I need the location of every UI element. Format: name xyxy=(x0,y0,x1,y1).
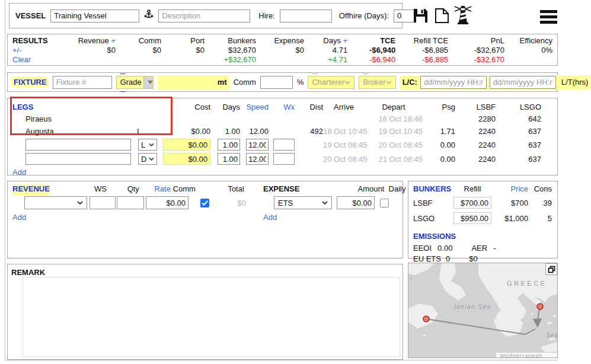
chevron-down-icon xyxy=(149,157,154,161)
hire-input[interactable] xyxy=(280,9,332,23)
leg-row-edit-2: D 20 Oct 08:45 21 Oct 08:45 0.00 2240 63… xyxy=(8,152,557,166)
anchor-icon[interactable] xyxy=(144,9,154,22)
leg-type-select[interactable]: D xyxy=(138,153,157,165)
grade-select[interactable]: -- Grade -- xyxy=(116,76,154,89)
results-col-expense: Expense $0 xyxy=(256,36,304,63)
save-icon[interactable] xyxy=(413,8,429,25)
remark-title: REMARK xyxy=(11,268,45,277)
results-col-efficiency: Efficiency 0% xyxy=(504,36,552,63)
revenue-expense-panel: REVENUE WS Qty Rate Comm Total $0 Add EX… xyxy=(7,181,403,258)
col-qty: Qty xyxy=(107,184,139,195)
daily-checkbox[interactable] xyxy=(380,199,389,207)
vessel-name-input[interactable] xyxy=(50,9,139,23)
results-col-pnl: PnL -$32,670 -$32,670 xyxy=(448,36,504,63)
col-speed[interactable]: Speed xyxy=(240,103,269,111)
col-depart: Depart xyxy=(365,103,423,111)
amount-input[interactable] xyxy=(337,196,375,209)
euets-label: EU ETS xyxy=(413,254,441,263)
fixture-title: FIXTURE xyxy=(12,77,49,87)
col-arrive: Arrive xyxy=(323,103,365,111)
col-lsgo: LSGO xyxy=(496,103,541,111)
col-price[interactable]: Price xyxy=(491,184,528,195)
col-refill: Refill xyxy=(453,184,491,195)
col-rate[interactable]: Rate xyxy=(154,184,170,193)
broker-select[interactable]: -- Broker -- xyxy=(359,76,395,89)
eeoi-value: 0.00 xyxy=(437,244,452,253)
leg-cost-input[interactable] xyxy=(163,139,210,151)
lsgo-refill-input[interactable] xyxy=(453,212,491,224)
col-wx[interactable]: Wx xyxy=(269,103,295,111)
results-adjust-link[interactable]: +/- xyxy=(12,46,22,55)
laycan-to-input[interactable] xyxy=(490,76,556,89)
add-expense-link[interactable]: Add xyxy=(263,213,277,222)
col-cons: Cons xyxy=(528,184,552,195)
description-input[interactable] xyxy=(158,9,250,23)
leg-wx-input[interactable] xyxy=(273,139,295,151)
cargo-qty-input[interactable] xyxy=(160,76,215,89)
fixture-number-input[interactable] xyxy=(53,76,112,89)
comm-checkbox[interactable] xyxy=(200,199,209,207)
quantity-strip: mt xyxy=(158,75,229,90)
leg-arrive: 20 Oct 08:45 xyxy=(323,155,365,164)
leg-port-input[interactable] xyxy=(25,153,131,165)
leg-port-input[interactable] xyxy=(25,139,131,151)
results-panel: RESULTS +/- Clear Revenue + $0 Comm $0 P… xyxy=(7,34,558,66)
leg-type-select[interactable]: L xyxy=(138,139,157,151)
offhire-label: Offhire (Days): xyxy=(339,11,389,20)
fixture-comm-input[interactable] xyxy=(260,76,293,89)
map-sea-label-ionian: Ionian Sea xyxy=(454,304,491,310)
bunker-row-lsbf: LSBF $700 39 xyxy=(413,195,552,210)
leg-psg: 0.00 xyxy=(423,141,455,149)
charterer-select[interactable]: -- Charterer -- xyxy=(308,76,354,89)
chevron-down-icon xyxy=(386,81,392,84)
col-ws: WS xyxy=(50,184,107,195)
laycan-from-input[interactable] xyxy=(420,76,487,89)
lsgo-price: $1,000 xyxy=(491,214,528,223)
chevron-down-icon xyxy=(322,201,328,205)
leg-days-input[interactable] xyxy=(218,153,240,165)
results-col-port: Port $0 xyxy=(161,36,205,63)
laytime-label: L/T(hrs) xyxy=(561,78,589,87)
legs-panel: LEGS Cost Days Speed Wx Dist Arrive Depa… xyxy=(7,98,558,175)
col-dist: Dist xyxy=(295,103,323,111)
leg-depart: 16 Oct 18:46 xyxy=(365,114,423,123)
add-revenue-link[interactable]: Add xyxy=(12,213,26,222)
ws-input[interactable] xyxy=(90,196,116,209)
leg-lsgo: 637 xyxy=(496,127,541,136)
qty-input[interactable] xyxy=(117,196,144,209)
percent-label: % xyxy=(297,78,304,87)
leg-arrive: 19 Oct 08:45 xyxy=(323,141,365,149)
leg-days-input[interactable] xyxy=(218,139,240,151)
route-map[interactable]: 7 GREECE Ionian Sea Sea Mediterranean xyxy=(408,263,558,358)
remark-textarea[interactable] xyxy=(23,277,400,357)
menu-icon[interactable] xyxy=(540,10,557,26)
lighthouse-icon[interactable] xyxy=(452,4,474,27)
leg-days: 1.00 xyxy=(210,127,240,136)
new-document-icon[interactable] xyxy=(435,8,449,25)
leg-lsbf: 2240 xyxy=(455,141,496,149)
leg-lsgo: 642 xyxy=(496,114,541,123)
mt-label: mt xyxy=(218,78,227,87)
hire-label: Hire: xyxy=(258,11,274,20)
results-col-bunkers: Bunkers $32,670 +$32,670 xyxy=(205,36,256,63)
bunkers-title: BUNKERS xyxy=(413,184,453,195)
leg-wx-input[interactable] xyxy=(273,153,295,165)
rate-input[interactable] xyxy=(146,196,189,209)
results-col-comm: Comm $0 xyxy=(116,36,161,63)
legs-header-row: LEGS Cost Days Speed Wx Dist Arrive Depa… xyxy=(8,101,557,113)
leg-cost-input[interactable] xyxy=(163,153,210,165)
leg-speed-input[interactable] xyxy=(246,153,269,165)
fuel-label: LSBF xyxy=(413,199,453,207)
lsbf-refill-input[interactable] xyxy=(453,197,491,209)
leg-row-piraeus: Piraeus 16 Oct 18:46 2280 642 xyxy=(8,113,557,125)
fuel-label: LSGO xyxy=(413,214,453,223)
leg-arrive: 18 Oct 10:45 xyxy=(323,127,365,136)
expense-type-select[interactable]: ETS xyxy=(274,196,332,209)
revenue-type-select[interactable] xyxy=(24,196,87,209)
map-expand-button[interactable] xyxy=(545,263,557,275)
results-clear-link[interactable]: Clear xyxy=(12,55,31,65)
col-comm: Comm xyxy=(173,184,196,193)
euets-value: 0 xyxy=(446,254,450,263)
leg-speed-input[interactable] xyxy=(246,139,269,151)
add-leg-link[interactable]: Add xyxy=(12,168,26,177)
